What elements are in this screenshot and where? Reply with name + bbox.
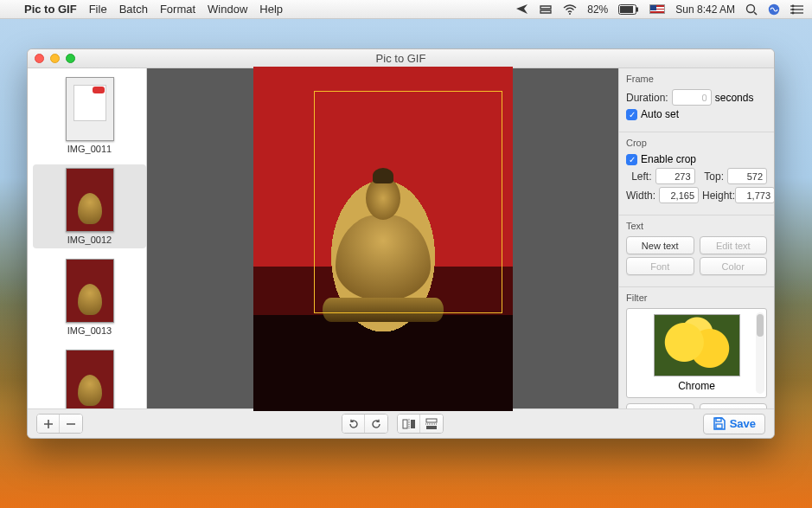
color-button[interactable]: Color bbox=[700, 257, 768, 275]
duration-label: Duration: bbox=[626, 92, 668, 104]
siri-icon[interactable] bbox=[768, 3, 780, 16]
thumb-image bbox=[66, 259, 114, 323]
svg-rect-14 bbox=[411, 420, 415, 428]
menubar-clock[interactable]: Sun 8:42 AM bbox=[675, 3, 735, 16]
crop-height-label: Height: bbox=[702, 190, 732, 202]
svg-point-10 bbox=[792, 4, 795, 7]
svg-rect-17 bbox=[426, 426, 437, 429]
svg-point-12 bbox=[792, 11, 795, 14]
thumb-item[interactable]: IMG_0011 bbox=[33, 74, 146, 158]
autoset-label: Auto set bbox=[641, 108, 679, 120]
rotate-ccw-button[interactable] bbox=[365, 415, 387, 433]
crop-width-label: Width: bbox=[626, 190, 655, 202]
window-title: Pic to GIF bbox=[376, 52, 426, 65]
menu-format[interactable]: Format bbox=[160, 3, 195, 16]
menu-help[interactable]: Help bbox=[259, 3, 283, 16]
thumb-image bbox=[66, 350, 114, 408]
filter-section: Filter Chrome Apply Reset bbox=[619, 287, 774, 408]
macos-menubar: Pic to GIF File Batch Format Window Help… bbox=[0, 0, 812, 19]
text-section: Text New text Edit text Font Color bbox=[619, 215, 774, 287]
thumb-item[interactable]: IMG_0012 bbox=[33, 164, 146, 248]
svg-line-5 bbox=[754, 12, 757, 15]
filter-preview bbox=[654, 314, 740, 376]
menu-file[interactable]: File bbox=[89, 3, 107, 16]
svg-point-4 bbox=[747, 4, 755, 12]
menu-window[interactable]: Window bbox=[208, 3, 247, 16]
crop-left-input[interactable] bbox=[655, 168, 695, 184]
enable-crop-checkbox[interactable]: ✓ bbox=[626, 154, 637, 165]
plane-icon[interactable] bbox=[516, 3, 528, 15]
font-button[interactable]: Font bbox=[626, 257, 694, 275]
thumb-image bbox=[66, 77, 114, 141]
duration-input[interactable] bbox=[672, 89, 712, 106]
current-image bbox=[253, 67, 513, 411]
input-source-flag-icon[interactable] bbox=[649, 4, 665, 14]
seconds-label: seconds bbox=[715, 92, 754, 104]
crop-top-input[interactable] bbox=[727, 168, 767, 184]
thumb-label: IMG_0013 bbox=[36, 325, 143, 336]
thumb-image bbox=[66, 168, 114, 232]
enable-crop-label: Enable crop bbox=[641, 153, 696, 165]
crop-top-label: Top: bbox=[699, 170, 725, 183]
frame-section: Frame Duration: seconds ✓ Auto set bbox=[619, 68, 774, 132]
save-button[interactable]: Save bbox=[703, 414, 765, 434]
filter-list[interactable]: Chrome bbox=[626, 308, 767, 398]
new-text-button[interactable]: New text bbox=[626, 236, 694, 254]
thumb-item[interactable]: IMG_0013 bbox=[33, 255, 146, 339]
autoset-checkbox[interactable]: ✓ bbox=[626, 109, 637, 120]
add-remove-segment bbox=[36, 414, 83, 434]
window-footer: Save bbox=[28, 408, 774, 438]
app-menu[interactable]: Pic to GIF bbox=[24, 3, 77, 16]
crop-left-label: Left: bbox=[626, 170, 652, 183]
save-icon bbox=[713, 417, 726, 430]
crop-section: Crop ✓ Enable crop Left: Top: Width: Hei… bbox=[619, 132, 774, 215]
svg-point-0 bbox=[569, 13, 571, 15]
wifi-icon[interactable] bbox=[563, 4, 577, 15]
thumb-item[interactable] bbox=[33, 346, 146, 408]
drive-icon[interactable] bbox=[539, 4, 553, 15]
window-minimize-button[interactable] bbox=[50, 54, 60, 63]
thumbnail-list[interactable]: IMG_0011 IMG_0012 IMG_0013 bbox=[28, 68, 147, 408]
svg-rect-3 bbox=[636, 7, 638, 11]
battery-percent: 82% bbox=[587, 3, 608, 16]
battery-icon[interactable] bbox=[618, 4, 639, 15]
thumb-label: IMG_0011 bbox=[36, 144, 143, 154]
filter-section-title: Filter bbox=[626, 293, 767, 303]
svg-rect-20 bbox=[716, 424, 722, 428]
filter-scrollbar[interactable] bbox=[756, 312, 764, 394]
thumb-label: IMG_0012 bbox=[36, 235, 143, 245]
flip-horizontal-button[interactable] bbox=[398, 415, 420, 433]
text-section-title: Text bbox=[626, 221, 767, 231]
frame-section-title: Frame bbox=[626, 74, 767, 84]
image-viewer[interactable] bbox=[147, 68, 618, 408]
inspector-panel: Frame Duration: seconds ✓ Auto set Crop … bbox=[618, 68, 774, 408]
save-button-label: Save bbox=[730, 417, 756, 430]
edit-text-button[interactable]: Edit text bbox=[700, 236, 768, 254]
crop-height-input[interactable] bbox=[735, 187, 774, 203]
spotlight-icon[interactable] bbox=[745, 3, 758, 16]
crop-width-input[interactable] bbox=[659, 187, 699, 203]
crop-section-title: Crop bbox=[626, 138, 767, 148]
flip-vertical-button[interactable] bbox=[420, 415, 443, 433]
menu-batch[interactable]: Batch bbox=[119, 3, 148, 16]
svg-point-11 bbox=[792, 8, 795, 10]
add-image-button[interactable] bbox=[37, 415, 60, 433]
svg-rect-13 bbox=[403, 420, 407, 428]
svg-rect-2 bbox=[620, 6, 633, 13]
svg-rect-16 bbox=[426, 419, 437, 422]
window-close-button[interactable] bbox=[35, 54, 44, 63]
remove-image-button[interactable] bbox=[60, 415, 82, 433]
notification-center-icon[interactable] bbox=[790, 4, 803, 15]
crop-rectangle[interactable] bbox=[314, 91, 502, 313]
filter-name: Chrome bbox=[632, 380, 761, 392]
svg-rect-19 bbox=[716, 418, 721, 421]
app-window: Pic to GIF IMG_0011 IMG_0012 IMG_0013 bbox=[27, 48, 775, 439]
rotate-cw-button[interactable] bbox=[342, 415, 365, 433]
window-zoom-button[interactable] bbox=[66, 54, 75, 63]
